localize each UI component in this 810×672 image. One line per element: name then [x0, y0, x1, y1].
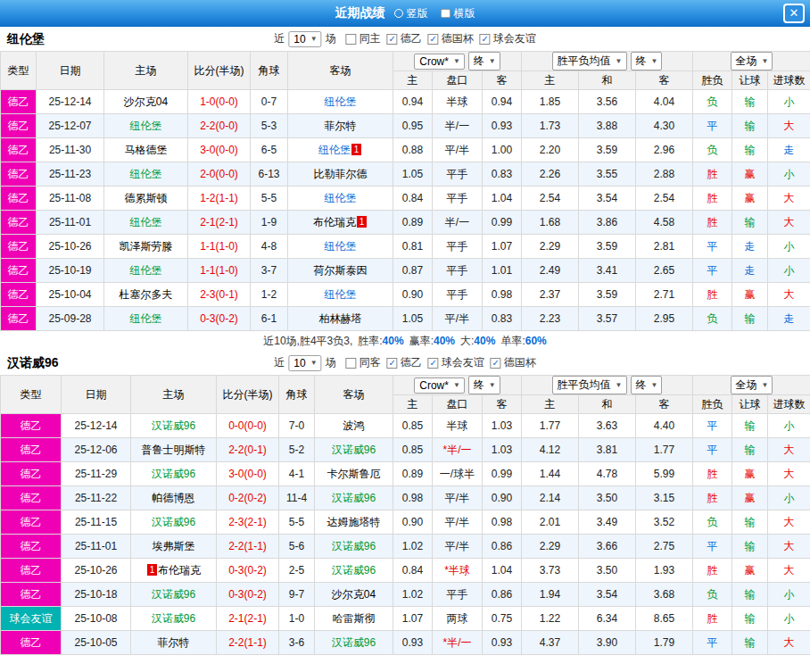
- team-link[interactable]: 马格德堡: [125, 144, 168, 156]
- checkbox-label: 德乙: [401, 31, 422, 46]
- filter-checkbox[interactable]: ✓球会友谊: [428, 355, 484, 370]
- recent-count-select[interactable]: 10▼: [288, 355, 321, 371]
- goals-result-cell: 小: [768, 486, 810, 510]
- team-link[interactable]: 汉诺威96: [332, 564, 376, 577]
- team-link[interactable]: 比勒菲尔德: [314, 168, 368, 180]
- table-row: 德乙 25-11-29 汉诺威96 3-0(0-0) 4-1 卡尔斯鲁厄 0.8…: [1, 462, 810, 486]
- team-link[interactable]: 德累斯顿: [125, 192, 168, 204]
- league-badge: 德乙: [1, 235, 37, 259]
- goals-result-cell: 小: [768, 414, 810, 438]
- result-cell: 胜: [693, 283, 732, 307]
- avg-away-cell: 4.58: [636, 211, 693, 235]
- team-link[interactable]: 达姆施塔特: [327, 516, 381, 528]
- team-link[interactable]: 汉诺威96: [152, 588, 195, 601]
- sub-col-handicap-result: 让球: [732, 395, 768, 414]
- team-link[interactable]: 柏林赫塔: [319, 312, 362, 325]
- team-link[interactable]: 布伦瑞克: [313, 216, 356, 228]
- result-cell: 胜: [693, 607, 732, 631]
- avg-away-cell: 2.75: [636, 535, 693, 559]
- filter-checkbox[interactable]: ✓球会友谊: [480, 31, 536, 46]
- avg-draw-cell: 3.57: [579, 307, 636, 331]
- home-team-cell: 汉诺威96: [131, 414, 217, 438]
- team-link[interactable]: 纽伦堡: [325, 95, 357, 108]
- team-link[interactable]: 杜塞尔多夫: [120, 288, 173, 301]
- odds-time-select[interactable]: 终▼: [468, 52, 500, 71]
- odds-home-cell: 0.89: [393, 462, 433, 486]
- team-link[interactable]: 卡尔斯鲁厄: [327, 468, 381, 480]
- team-link[interactable]: 布伦瑞克: [158, 564, 201, 577]
- team-link[interactable]: 纽伦堡: [130, 264, 162, 277]
- filter-checkbox[interactable]: 同主: [346, 31, 381, 46]
- match-date-cell: 25-11-08: [37, 187, 104, 211]
- scope-select[interactable]: 全场▼: [731, 52, 773, 71]
- team-link[interactable]: 汉诺威96: [332, 540, 376, 552]
- team-link[interactable]: 汉诺威96: [152, 612, 195, 625]
- recent-count-select[interactable]: 10▼: [288, 31, 321, 47]
- team-link[interactable]: 汉诺威96: [152, 419, 195, 432]
- team-link[interactable]: 汉诺威96: [332, 444, 376, 456]
- goals-result-cell: 大: [768, 283, 810, 307]
- corner-cell: 6-5: [251, 138, 288, 162]
- odds-home-cell: 0.85: [393, 414, 433, 438]
- close-button[interactable]: ✕: [783, 4, 805, 23]
- team-link[interactable]: 纽伦堡: [325, 288, 357, 301]
- team-link[interactable]: 汉诺威96: [152, 468, 195, 480]
- team-link[interactable]: 哈雷斯彻: [333, 612, 376, 625]
- filter-checkbox[interactable]: ✓德国杯: [491, 355, 536, 370]
- team-link[interactable]: 汉诺威96: [152, 516, 195, 528]
- team-link[interactable]: 帕德博恩: [153, 492, 195, 504]
- team-link[interactable]: 埃弗斯堡: [153, 540, 195, 552]
- team-link[interactable]: 菲尔特: [325, 120, 357, 132]
- sub-col-handicap: 盘口: [433, 71, 483, 90]
- team-link[interactable]: 菲尔特: [158, 636, 190, 649]
- team-link[interactable]: 普鲁士明斯特: [142, 444, 206, 456]
- team-link[interactable]: 纽伦堡: [130, 312, 162, 325]
- filter-checkbox[interactable]: 同客: [346, 355, 381, 370]
- match-date-cell: 25-12-14: [62, 414, 131, 438]
- team-link[interactable]: 纽伦堡: [130, 120, 162, 132]
- odds-company-select[interactable]: Crow*▼: [414, 377, 465, 394]
- team-link[interactable]: 纽伦堡: [325, 240, 357, 253]
- team-link[interactable]: 纽伦堡: [130, 216, 162, 228]
- odds-time-select[interactable]: 终▼: [468, 376, 500, 394]
- filter-checkbox[interactable]: ✓德国杯: [428, 31, 474, 46]
- team-link[interactable]: 汉诺威96: [332, 636, 376, 649]
- avg-home-cell: 2.49: [522, 259, 579, 283]
- league-badge: 德乙: [1, 510, 62, 535]
- team-link[interactable]: 纽伦堡: [318, 144, 351, 156]
- handicap-cell: 半球: [433, 90, 483, 114]
- team-link[interactable]: 凯泽斯劳滕: [120, 240, 173, 253]
- result-cell: 平: [693, 414, 732, 438]
- avg-group-header: 胜平负均值▼ 终▼: [522, 376, 693, 395]
- odds-away-cell: 0.75: [483, 607, 522, 631]
- filter-checkbox[interactable]: ✓德乙: [387, 355, 422, 370]
- team-link[interactable]: 波鸿: [343, 419, 365, 432]
- chevron-down-icon: ▼: [616, 381, 623, 389]
- result-cell: 平: [693, 235, 732, 259]
- avg-type-select[interactable]: 胜平负均值▼: [552, 52, 627, 71]
- odds-away-cell: 0.86: [483, 583, 522, 607]
- avg-away-cell: 2.95: [636, 307, 693, 331]
- team-link[interactable]: 荷尔斯泰因: [314, 264, 368, 277]
- corner-cell: 5-5: [279, 510, 315, 535]
- avg-type-select[interactable]: 胜平负均值▼: [552, 376, 627, 394]
- layout-radio-horizontal[interactable]: 横版: [441, 6, 475, 21]
- scope-select[interactable]: 全场▼: [731, 376, 773, 394]
- team-link[interactable]: 沙尔克04: [332, 588, 376, 601]
- table-row: 德乙 25-11-15 汉诺威96 2-3(2-1) 5-5 达姆施塔特 0.9…: [1, 510, 810, 535]
- team-link[interactable]: 汉诺威96: [332, 492, 376, 504]
- table-row: 德乙 25-11-22 帕德博恩 0-2(0-2) 11-4 汉诺威96 0.9…: [1, 486, 810, 510]
- handicap-cell: *半/一: [433, 631, 483, 655]
- avg-time-select[interactable]: 终▼: [631, 376, 663, 394]
- checkbox-checked-icon: ✓: [491, 358, 501, 369]
- team-link[interactable]: 纽伦堡: [325, 192, 357, 204]
- handicap-result-cell: 输: [732, 535, 768, 559]
- table-row: 德乙 25-09-28 纽伦堡 0-3(0-2) 6-1 柏林赫塔 1.05 平…: [1, 307, 810, 331]
- layout-radio-vertical[interactable]: 竖版: [394, 6, 428, 21]
- team-link[interactable]: 纽伦堡: [130, 168, 162, 180]
- odds-away-cell: 0.83: [483, 162, 522, 187]
- filter-checkbox[interactable]: ✓德乙: [387, 31, 422, 46]
- team-link[interactable]: 沙尔克04: [124, 95, 168, 108]
- avg-time-select[interactable]: 终▼: [631, 52, 663, 71]
- odds-company-select[interactable]: Crow*▼: [414, 54, 465, 70]
